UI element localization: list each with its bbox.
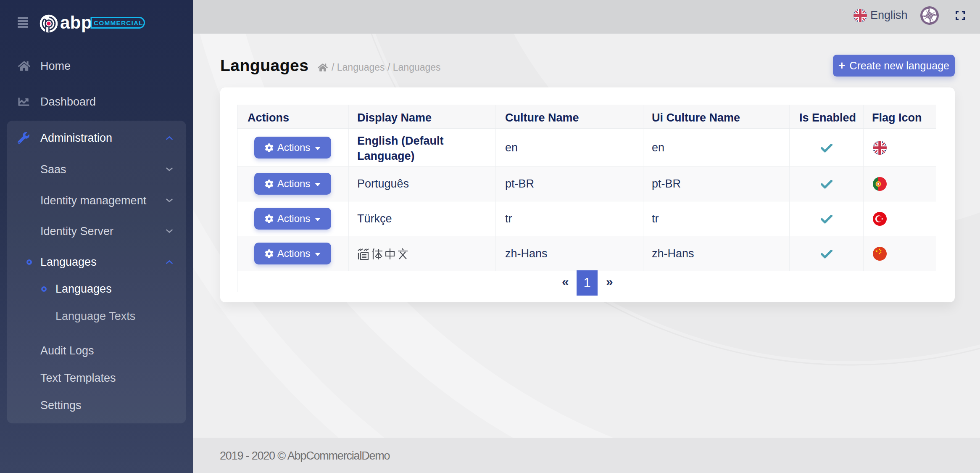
- svg-text:COMMERCIAL: COMMERCIAL: [94, 19, 143, 26]
- svg-text:abp: abp: [60, 13, 92, 32]
